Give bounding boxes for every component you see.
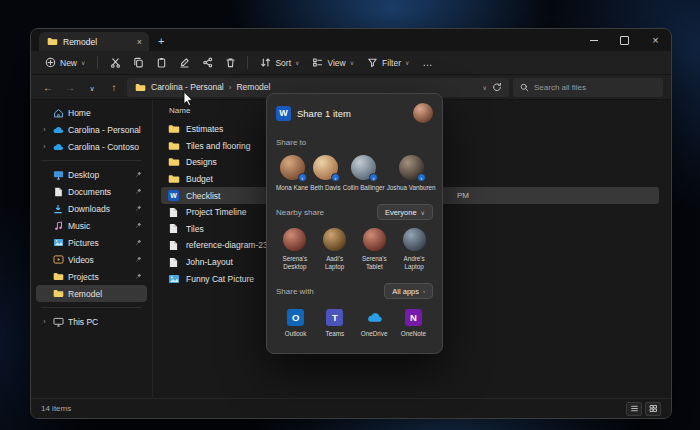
music-icon <box>52 221 64 231</box>
onedrive-icon <box>52 126 64 134</box>
user-avatar[interactable] <box>413 103 433 123</box>
status-bar: 14 items <box>31 398 671 418</box>
contact-joshua-vanburen[interactable]: Joshua Vanburen <box>387 155 436 191</box>
breadcrumb-segment[interactable]: Carolina - Personal <box>151 82 224 92</box>
file-name: Tiles <box>186 224 204 234</box>
this-pc-icon <box>52 317 64 327</box>
contacts-row: Mona Kane Beth Davis Collin Ballinger Jo… <box>276 155 433 191</box>
share-with-label: Share with <box>276 287 314 296</box>
everyone-dropdown-label: Everyone <box>385 208 417 217</box>
contact-mona-kane[interactable]: Mona Kane <box>276 155 308 191</box>
file-date-modified: PM <box>457 191 469 200</box>
image-file-icon <box>167 274 180 284</box>
sidebar-item-onedrive-personal[interactable]: Carolina - Personal <box>36 121 147 138</box>
device-aadis-laptop[interactable]: Aadi's Laptop <box>316 228 354 270</box>
maximize-button[interactable] <box>609 29 640 51</box>
tab-title: Remodel <box>63 37 132 47</box>
filter-icon <box>367 57 378 68</box>
all-apps-button[interactable]: All apps <box>384 283 433 299</box>
contact-beth-davis[interactable]: Beth Davis <box>310 155 340 191</box>
pin-icon <box>135 239 142 246</box>
send-badge-icon <box>298 173 307 182</box>
sidebar-item-music[interactable]: Music <box>36 217 147 234</box>
divider <box>41 307 142 308</box>
sort-button[interactable]: Sort <box>255 55 304 70</box>
chevron-right-icon[interactable] <box>41 126 48 133</box>
sidebar-item-desktop[interactable]: Desktop <box>36 166 147 183</box>
cut-button[interactable] <box>105 54 125 72</box>
app-name: Outlook <box>285 330 307 337</box>
device-andres-laptop[interactable]: Andre's Laptop <box>395 228 433 270</box>
pin-icon <box>135 273 142 280</box>
tab-close-icon[interactable] <box>137 37 142 47</box>
close-button[interactable] <box>640 29 671 51</box>
app-onedrive[interactable]: OneDrive <box>355 309 394 337</box>
chevron-down-icon[interactable] <box>483 84 487 91</box>
file-name: John-Layout <box>186 257 233 267</box>
share-with-row: Share with All apps <box>276 283 433 299</box>
view-button[interactable]: View <box>307 55 359 70</box>
tab-remodel[interactable]: Remodel <box>39 32 149 51</box>
search-input[interactable] <box>534 83 644 92</box>
file-name: Tiles and flooring <box>186 141 250 151</box>
avatar <box>363 228 386 251</box>
sidebar-item-label: Carolina - Personal <box>68 125 142 135</box>
chevron-right-icon[interactable] <box>41 318 48 325</box>
device-serenas-tablet[interactable]: Serena's Tablet <box>356 228 394 270</box>
document-icon <box>167 240 180 251</box>
up-button[interactable] <box>105 82 123 93</box>
refresh-icon[interactable] <box>492 82 502 92</box>
back-button[interactable] <box>39 82 57 93</box>
delete-button[interactable] <box>220 54 240 72</box>
avatar <box>399 155 424 180</box>
device-serenas-desktop[interactable]: Serena's Desktop <box>276 228 314 270</box>
rename-button[interactable] <box>174 54 194 72</box>
copy-button[interactable] <box>128 54 148 72</box>
send-badge-icon <box>369 173 378 182</box>
sidebar-item-projects[interactable]: Projects <box>36 268 147 285</box>
minimize-button[interactable] <box>578 29 609 51</box>
folder-icon <box>167 174 180 184</box>
breadcrumb-segment[interactable]: Remodel <box>236 82 270 92</box>
contact-collin-ballinger[interactable]: Collin Ballinger <box>343 155 385 191</box>
sidebar-item-label: This PC <box>68 317 142 327</box>
document-icon <box>167 207 180 218</box>
paste-button[interactable] <box>151 54 171 72</box>
recent-locations-button[interactable] <box>83 82 101 93</box>
app-outlook[interactable]: Outlook <box>276 309 315 337</box>
sidebar-item-label: Pictures <box>68 238 131 248</box>
app-onenote[interactable]: OneNote <box>394 309 433 337</box>
tab-bar: Remodel <box>31 29 671 51</box>
sidebar-item-onedrive-contoso[interactable]: Carolina - Contoso <box>36 138 147 155</box>
forward-button[interactable] <box>61 82 79 93</box>
contact-name: Joshua Vanburen <box>387 184 436 191</box>
divider <box>247 56 248 69</box>
sidebar-item-downloads[interactable]: Downloads <box>36 200 147 217</box>
share-dialog: Share 1 item Share to Mona Kane Beth Dav… <box>266 93 443 354</box>
more-options-button[interactable] <box>417 54 437 72</box>
new-tab-button[interactable] <box>158 35 164 47</box>
sidebar-item-pictures[interactable]: Pictures <box>36 234 147 251</box>
teams-icon <box>326 309 343 326</box>
sidebar-item-home[interactable]: Home <box>36 104 147 121</box>
sidebar-item-this-pc[interactable]: This PC <box>36 313 147 330</box>
home-icon <box>52 108 64 118</box>
share-button[interactable] <box>197 54 217 72</box>
word-file-icon <box>167 190 180 201</box>
filter-button[interactable]: Filter <box>362 55 414 70</box>
sidebar-item-documents[interactable]: Documents <box>36 183 147 200</box>
new-button[interactable]: New <box>40 55 90 70</box>
app-teams[interactable]: Teams <box>315 309 354 337</box>
everyone-dropdown[interactable]: Everyone <box>377 204 433 220</box>
chevron-right-icon[interactable] <box>41 143 48 150</box>
folder-icon <box>134 83 146 92</box>
sidebar-item-videos[interactable]: Videos <box>36 251 147 268</box>
folder-icon <box>52 289 64 298</box>
thumbnail-view-button[interactable] <box>645 402 661 416</box>
search-box[interactable] <box>513 78 663 97</box>
sidebar-item-label: Projects <box>68 272 131 282</box>
pin-icon <box>135 171 142 178</box>
sidebar-item-remodel[interactable]: Remodel <box>36 285 147 302</box>
pictures-icon <box>52 238 64 247</box>
details-view-button[interactable] <box>626 402 642 416</box>
